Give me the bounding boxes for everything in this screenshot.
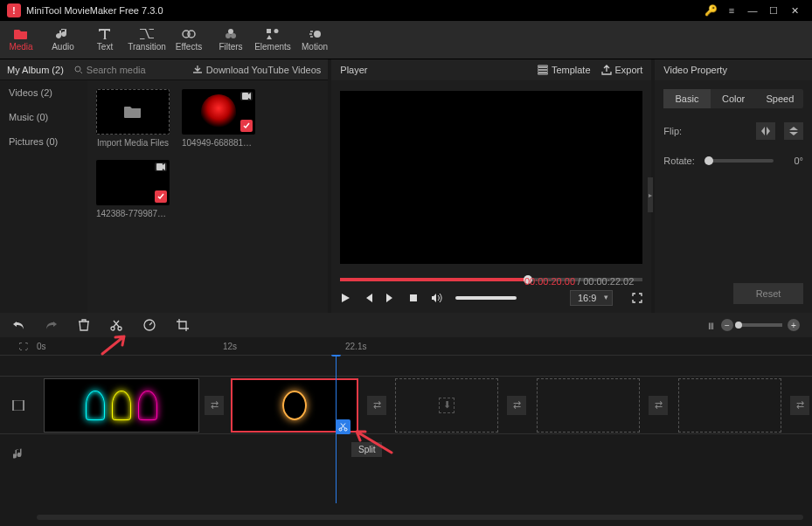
- audio-track-icon: [0, 434, 37, 472]
- annotation-arrow-2: [350, 428, 393, 454]
- flip-v-icon: [788, 126, 799, 136]
- transition-slot-1[interactable]: ⇄: [205, 396, 224, 415]
- panel-collapse-handle[interactable]: ▸: [648, 177, 653, 212]
- flip-vertical-button[interactable]: [784, 122, 803, 140]
- video-preview[interactable]: [340, 91, 642, 264]
- flip-h-icon: [760, 126, 771, 136]
- download-youtube-button[interactable]: Download YouTube Videos: [192, 65, 322, 75]
- effects-icon: [182, 28, 196, 40]
- text-icon: [98, 28, 112, 40]
- filters-icon: [224, 28, 238, 40]
- tab-media[interactable]: Media: [0, 21, 42, 59]
- minimize-button[interactable]: —: [742, 0, 763, 21]
- elements-icon: [266, 28, 280, 40]
- speed-button[interactable]: [143, 319, 156, 331]
- tab-filters[interactable]: Filters: [210, 21, 252, 59]
- crop-button[interactable]: [177, 319, 189, 331]
- rotate-slider[interactable]: [709, 159, 774, 163]
- transition-slot-2[interactable]: ⇄: [367, 396, 386, 415]
- tab-color[interactable]: Color: [711, 89, 757, 108]
- svg-point-2: [228, 29, 233, 34]
- timeline-scrollbar[interactable]: [37, 515, 803, 520]
- folder-icon: [14, 28, 28, 40]
- split-handle-icon[interactable]: [336, 419, 350, 434]
- svg-rect-12: [410, 294, 417, 301]
- tab-text[interactable]: Text: [84, 21, 126, 59]
- next-frame-button[interactable]: [385, 293, 396, 303]
- tab-audio[interactable]: Audio: [42, 21, 84, 59]
- svg-point-8: [75, 66, 80, 72]
- redo-button[interactable]: [45, 320, 58, 330]
- svg-rect-9: [242, 93, 248, 100]
- folder-icon: [124, 105, 142, 119]
- svg-rect-5: [267, 29, 271, 33]
- music-icon: [56, 28, 70, 40]
- fullscreen-button[interactable]: [632, 293, 642, 303]
- audio-wave-icon[interactable]: ⫼: [706, 320, 716, 330]
- play-button[interactable]: [340, 293, 350, 303]
- tab-basic[interactable]: Basic: [663, 89, 710, 108]
- maximize-button[interactable]: ☐: [763, 0, 784, 21]
- tab-effects[interactable]: Effects: [168, 21, 210, 59]
- clip-1[interactable]: [44, 378, 199, 433]
- export-button[interactable]: Export: [601, 65, 643, 75]
- import-media-button[interactable]: Import Media Files: [96, 89, 170, 148]
- main-toolbar: Media Audio Text Transition Effects Filt…: [0, 21, 812, 59]
- tab-speed[interactable]: Speed: [757, 89, 803, 108]
- tab-transition[interactable]: Transition: [126, 21, 168, 59]
- volume-slider[interactable]: [455, 296, 517, 300]
- media-item-1[interactable]: 104949-668881965...: [182, 89, 255, 148]
- aspect-ratio-select[interactable]: 16:9: [570, 290, 613, 306]
- app-logo: !: [7, 3, 21, 17]
- fit-timeline-icon[interactable]: ⛶: [19, 342, 28, 351]
- prev-frame-button[interactable]: [363, 293, 373, 303]
- svg-point-7: [314, 31, 321, 38]
- reset-button[interactable]: Reset: [733, 283, 803, 304]
- volume-button[interactable]: [431, 293, 443, 303]
- app-title: MiniTool MovieMaker Free 7.3.0: [26, 5, 704, 16]
- split-button[interactable]: [110, 319, 122, 331]
- zoom-out-button[interactable]: −: [721, 319, 733, 331]
- template-icon: [538, 65, 548, 75]
- svg-point-14: [118, 327, 121, 330]
- zoom-in-button[interactable]: +: [788, 319, 800, 331]
- undo-button[interactable]: [12, 320, 24, 330]
- search-input[interactable]: Search media: [74, 65, 179, 75]
- audio-track[interactable]: [0, 433, 812, 472]
- category-music[interactable]: Music (0): [9, 112, 79, 122]
- motion-icon: [308, 28, 322, 40]
- template-button[interactable]: Template: [538, 65, 591, 75]
- checkmark-icon: [240, 120, 253, 132]
- video-track[interactable]: ⇄ ⇄ ⬇ ⇄ ⇄ ⇄: [0, 376, 812, 433]
- video-track-icon: [0, 377, 37, 433]
- checkmark-icon: [155, 190, 167, 203]
- svg-point-3: [226, 33, 231, 38]
- delete-button[interactable]: [79, 319, 89, 331]
- close-button[interactable]: ✕: [784, 0, 805, 21]
- flip-horizontal-button[interactable]: [756, 122, 775, 140]
- tab-motion[interactable]: Motion: [294, 21, 336, 59]
- license-key-icon[interactable]: 🔑: [704, 4, 718, 17]
- player-title: Player: [340, 65, 527, 75]
- placeholder-clip-2[interactable]: [537, 378, 640, 433]
- media-item-2[interactable]: 142388-779987454...: [96, 160, 170, 218]
- transition-slot-4[interactable]: ⇄: [649, 396, 668, 415]
- download-icon: [192, 66, 203, 74]
- album-tab[interactable]: My Album (2): [7, 65, 64, 75]
- category-pictures[interactable]: Pictures (0): [9, 136, 79, 147]
- transition-slot-5[interactable]: ⇄: [790, 396, 809, 415]
- placeholder-clip-1[interactable]: ⬇: [395, 378, 498, 433]
- transition-slot-3[interactable]: ⇄: [507, 396, 526, 415]
- category-videos[interactable]: Videos (2): [9, 87, 79, 98]
- transition-icon: [140, 28, 154, 40]
- svg-point-1: [188, 31, 195, 38]
- media-grid: Import Media Files 104949-668881965... 1…: [87, 80, 328, 313]
- placeholder-clip-3[interactable]: [678, 378, 781, 433]
- stop-button[interactable]: [408, 293, 419, 303]
- category-list: Videos (2) Music (0) Pictures (0): [0, 80, 87, 313]
- annotation-arrow-1: [98, 332, 133, 356]
- video-badge-icon: [240, 92, 253, 100]
- tab-elements[interactable]: Elements: [252, 21, 294, 59]
- hamburger-icon[interactable]: ≡: [721, 0, 742, 21]
- zoom-slider[interactable]: [739, 323, 782, 327]
